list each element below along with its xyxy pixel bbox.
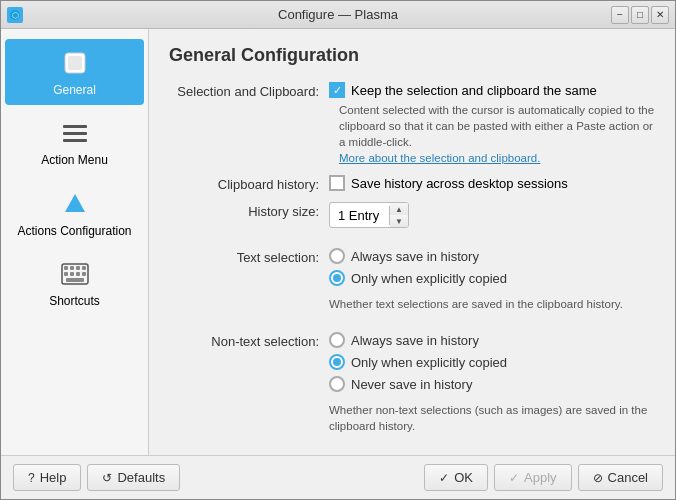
selection-clipboard-checkbox[interactable]: ✓ [329, 82, 345, 98]
titlebar-buttons: − □ ✕ [611, 6, 669, 24]
non-text-explicit-radio[interactable] [329, 354, 345, 370]
apply-label: Apply [524, 470, 557, 485]
svg-rect-6 [63, 139, 87, 142]
selection-clipboard-description: Content selected with the cursor is auto… [339, 98, 655, 165]
apply-icon: ✓ [509, 471, 519, 485]
history-size-value: 1 Entry [330, 206, 390, 225]
titlebar: ⬡ Configure — Plasma − □ ✕ [1, 1, 675, 29]
text-selection-radio-group: Always save in history Only when explici… [329, 248, 623, 312]
clipboard-history-checkbox-label: Save history across desktop sessions [351, 176, 568, 191]
text-selection-explicit[interactable]: Only when explicitly copied [329, 270, 623, 286]
defaults-icon: ↺ [102, 471, 112, 485]
section-separator-1 [169, 238, 655, 248]
main-window: ⬡ Configure — Plasma − □ ✕ General [0, 0, 676, 500]
plasma-icon: ⬡ [7, 7, 23, 23]
non-text-selection-radio-group: Always save in history Only when explici… [329, 332, 655, 434]
non-text-selection-control: Always save in history Only when explici… [329, 332, 655, 434]
svg-rect-16 [82, 272, 86, 276]
svg-rect-9 [64, 266, 68, 270]
help-button[interactable]: ? Help [13, 464, 81, 491]
titlebar-left: ⬡ [7, 7, 23, 23]
clipboard-history-row: Clipboard history: Save history across d… [169, 175, 655, 192]
page-title: General Configuration [169, 45, 655, 66]
actions-config-icon [59, 188, 91, 220]
svg-rect-11 [76, 266, 80, 270]
section-separator-2 [169, 322, 655, 332]
sidebar-item-action-menu[interactable]: Action Menu [5, 109, 144, 175]
sidebar-item-actions-config-label: Actions Configuration [17, 224, 131, 238]
non-text-always-label: Always save in history [351, 333, 479, 348]
non-text-never[interactable]: Never save in history [329, 376, 655, 392]
shortcuts-icon [59, 258, 91, 290]
sidebar-item-shortcuts[interactable]: Shortcuts [5, 250, 144, 316]
history-size-label: History size: [169, 202, 329, 219]
clipboard-history-checkbox-row: Save history across desktop sessions [329, 175, 568, 191]
cancel-icon: ⊘ [593, 471, 603, 485]
selection-clipboard-checkbox-label: Keep the selection and clipboard the sam… [351, 83, 597, 98]
spinbox-buttons: ▲ ▼ [390, 203, 408, 227]
cancel-button[interactable]: ⊘ Cancel [578, 464, 663, 491]
selection-clipboard-control: ✓ Keep the selection and clipboard the s… [329, 82, 655, 165]
svg-marker-7 [65, 194, 85, 212]
spinbox-up-button[interactable]: ▲ [390, 203, 408, 215]
ok-label: OK [454, 470, 473, 485]
sidebar-item-general[interactable]: General [5, 39, 144, 105]
svg-text:⬡: ⬡ [12, 11, 19, 20]
text-selection-always-label: Always save in history [351, 249, 479, 264]
ok-button[interactable]: ✓ OK [424, 464, 488, 491]
general-icon [59, 47, 91, 79]
sidebar-item-general-label: General [53, 83, 96, 97]
history-size-spinbox[interactable]: 1 Entry ▲ ▼ [329, 202, 409, 228]
non-text-explicit[interactable]: Only when explicitly copied [329, 354, 655, 370]
help-label: Help [40, 470, 67, 485]
non-text-always-radio[interactable] [329, 332, 345, 348]
svg-rect-12 [82, 266, 86, 270]
ok-icon: ✓ [439, 471, 449, 485]
cancel-label: Cancel [608, 470, 648, 485]
close-button[interactable]: ✕ [651, 6, 669, 24]
non-text-explicit-label: Only when explicitly copied [351, 355, 507, 370]
non-text-radio-dot [333, 358, 341, 366]
clipboard-history-control: Save history across desktop sessions [329, 175, 655, 191]
svg-rect-4 [63, 125, 87, 128]
bottom-bar: ? Help ↺ Defaults ✓ OK ✓ Apply ⊘ Cancel [1, 455, 675, 499]
sidebar-item-action-menu-label: Action Menu [41, 153, 108, 167]
sidebar-item-actions-config[interactable]: Actions Configuration [5, 180, 144, 246]
bottom-right: ✓ OK ✓ Apply ⊘ Cancel [424, 464, 663, 491]
help-icon: ? [28, 471, 35, 485]
window-title: Configure — Plasma [278, 7, 398, 22]
selection-clipboard-row: Selection and Clipboard: ✓ Keep the sele… [169, 82, 655, 165]
svg-rect-10 [70, 266, 74, 270]
defaults-label: Defaults [117, 470, 165, 485]
action-menu-icon [59, 117, 91, 149]
defaults-button[interactable]: ↺ Defaults [87, 464, 180, 491]
text-selection-label: Text selection: [169, 248, 329, 265]
text-selection-control: Always save in history Only when explici… [329, 248, 655, 312]
svg-rect-5 [63, 132, 87, 135]
selection-clipboard-link[interactable]: More about the selection and clipboard. [339, 152, 540, 164]
svg-rect-14 [70, 272, 74, 276]
svg-rect-15 [76, 272, 80, 276]
content-area: General Action Menu [1, 29, 675, 455]
clipboard-history-checkbox[interactable] [329, 175, 345, 191]
text-selection-explicit-label: Only when explicitly copied [351, 271, 507, 286]
maximize-button[interactable]: □ [631, 6, 649, 24]
history-size-row: History size: 1 Entry ▲ ▼ [169, 202, 655, 228]
minimize-button[interactable]: − [611, 6, 629, 24]
non-text-always[interactable]: Always save in history [329, 332, 655, 348]
spinbox-down-button[interactable]: ▼ [390, 215, 408, 227]
non-text-never-radio[interactable] [329, 376, 345, 392]
non-text-selection-label: Non-text selection: [169, 332, 329, 349]
text-selection-explicit-radio[interactable] [329, 270, 345, 286]
apply-button[interactable]: ✓ Apply [494, 464, 572, 491]
text-selection-always[interactable]: Always save in history [329, 248, 623, 264]
non-text-description: Whether non-text selections (such as ima… [329, 402, 655, 434]
text-selection-always-radio[interactable] [329, 248, 345, 264]
svg-rect-3 [68, 56, 82, 70]
radio-dot [333, 274, 341, 282]
clipboard-history-label: Clipboard history: [169, 175, 329, 192]
selection-clipboard-label: Selection and Clipboard: [169, 82, 329, 99]
text-selection-row: Text selection: Always save in history O… [169, 248, 655, 312]
svg-rect-13 [64, 272, 68, 276]
non-text-selection-row: Non-text selection: Always save in histo… [169, 332, 655, 434]
